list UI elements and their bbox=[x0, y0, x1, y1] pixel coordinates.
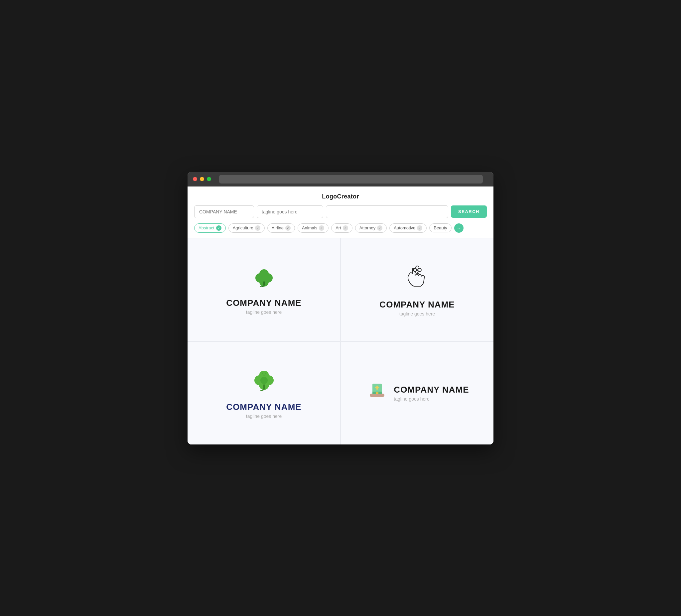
logo3-tagline: tagline goes here bbox=[246, 414, 282, 419]
address-bar bbox=[219, 175, 483, 183]
logo-card-3[interactable]: COMPANY NAME tagline goes here bbox=[187, 341, 340, 444]
filter-chip-attorney[interactable]: Attorney ✓ bbox=[355, 223, 387, 233]
logo3-company-name: COMPANY NAME bbox=[226, 402, 301, 412]
keyword-input[interactable] bbox=[326, 205, 448, 218]
titlebar bbox=[187, 172, 494, 186]
logo-grid: COMPANY NAME tagline goes here bbox=[187, 238, 494, 444]
logo-icon-clover-detailed bbox=[251, 367, 277, 396]
logo-icon-leprechaun-hat bbox=[365, 378, 389, 403]
logo2-tagline: tagline goes here bbox=[399, 311, 435, 316]
logo4-inline-layout: COMPANY NAME tagline goes here bbox=[365, 378, 469, 408]
check-icon-art: ✓ bbox=[343, 225, 348, 231]
search-button[interactable]: SEARCH bbox=[451, 205, 487, 218]
filter-chip-animals[interactable]: Animals ✓ bbox=[298, 223, 329, 233]
filter-chip-art[interactable]: Art ✓ bbox=[331, 223, 352, 233]
svg-rect-21 bbox=[376, 393, 378, 393]
logo4-text-block: COMPANY NAME tagline goes here bbox=[394, 385, 469, 402]
logo-card-2[interactable]: COMPANY NAME tagline goes here bbox=[340, 238, 494, 341]
logo1-company-name: COMPANY NAME bbox=[226, 298, 301, 308]
app-window: LogoCreator SEARCH Abstract ✓ Agricultur… bbox=[187, 172, 494, 444]
tagline-input[interactable] bbox=[257, 205, 323, 218]
check-icon-attorney: ✓ bbox=[377, 225, 382, 231]
maximize-button[interactable] bbox=[207, 177, 211, 181]
app-title: LogoCreator bbox=[187, 186, 494, 205]
check-icon-airline: ✓ bbox=[285, 225, 291, 231]
logo-icon-clover-flat bbox=[251, 265, 277, 292]
logo2-company-name: COMPANY NAME bbox=[379, 300, 455, 310]
filter-bar: Abstract ✓ Agriculture ✓ Airline ✓ Anima… bbox=[187, 223, 494, 238]
filter-label: Automotive bbox=[394, 225, 415, 230]
logo4-company-name: COMPANY NAME bbox=[394, 385, 469, 395]
filter-chip-beauty[interactable]: Beauty bbox=[429, 223, 451, 232]
logo-icon-hands-clover bbox=[402, 263, 432, 294]
filter-label: Attorney bbox=[359, 225, 375, 230]
logo4-tagline: tagline goes here bbox=[394, 396, 469, 402]
check-icon-agriculture: ✓ bbox=[255, 225, 260, 231]
logo1-tagline: tagline goes here bbox=[246, 309, 282, 315]
company-name-input[interactable] bbox=[194, 205, 254, 218]
app-content: LogoCreator SEARCH Abstract ✓ Agricultur… bbox=[187, 186, 494, 444]
close-button[interactable] bbox=[193, 177, 197, 181]
filter-chip-airline[interactable]: Airline ✓ bbox=[267, 223, 295, 233]
minimize-button[interactable] bbox=[200, 177, 204, 181]
filter-label: Agriculture bbox=[233, 225, 253, 230]
logo-card-1[interactable]: COMPANY NAME tagline goes here bbox=[187, 238, 340, 341]
svg-rect-23 bbox=[375, 387, 379, 388]
filter-next-button[interactable]: → bbox=[454, 223, 463, 233]
filter-chip-agriculture[interactable]: Agriculture ✓ bbox=[228, 223, 265, 233]
search-bar: SEARCH bbox=[187, 205, 494, 223]
filter-label: Animals bbox=[302, 225, 317, 230]
check-icon-abstract: ✓ bbox=[216, 225, 222, 231]
svg-rect-5 bbox=[263, 281, 265, 286]
check-icon-automotive: ✓ bbox=[417, 225, 422, 231]
svg-point-15 bbox=[260, 377, 268, 384]
svg-point-4 bbox=[261, 275, 267, 281]
logo-card-4[interactable]: COMPANY NAME tagline goes here bbox=[340, 341, 494, 444]
filter-chip-abstract[interactable]: Abstract ✓ bbox=[194, 223, 226, 233]
filter-label: Airline bbox=[272, 225, 284, 230]
svg-rect-16 bbox=[263, 384, 265, 390]
check-icon-animals: ✓ bbox=[319, 225, 324, 231]
filter-label: Abstract bbox=[199, 225, 215, 230]
filter-label: Beauty bbox=[434, 225, 447, 230]
filter-label: Art bbox=[335, 225, 341, 230]
filter-chip-automotive[interactable]: Automotive ✓ bbox=[389, 223, 427, 233]
